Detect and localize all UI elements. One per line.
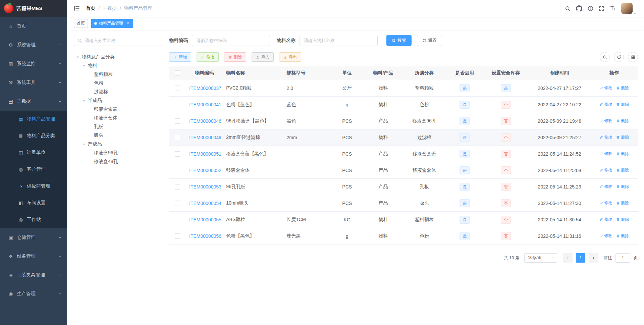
- sidebar-item-production-management[interactable]: ◉生产管理: [0, 284, 67, 303]
- row-checkbox[interactable]: [175, 118, 180, 124]
- table-row[interactable]: ITEM00000037PVC2.0颗粒2.0公斤物料塑料颗粒是是2022-04…: [169, 80, 638, 96]
- toggle-search-button[interactable]: [600, 52, 610, 62]
- page-size-select[interactable]: 10条/页: [524, 253, 557, 263]
- row-checkbox[interactable]: [175, 86, 180, 91]
- row-checkbox[interactable]: [175, 184, 180, 189]
- row-delete-link[interactable]: 删除: [616, 118, 629, 124]
- row-delete-link[interactable]: 删除: [616, 184, 629, 189]
- item-code-link[interactable]: ITEM00000046: [189, 118, 221, 124]
- table-row[interactable]: ITEM00000056色粉【黑色】珠光黑g物料色粉是否2022-05-14 1…: [169, 228, 638, 244]
- tab-item[interactable]: 首页: [74, 19, 88, 28]
- row-checkbox[interactable]: [175, 233, 180, 239]
- sidebar-item-equipment-management[interactable]: ❖设备管理: [0, 247, 67, 266]
- sidebar-item-customer-management[interactable]: ◍客户管理: [0, 161, 67, 178]
- page-button-1[interactable]: 1: [576, 253, 585, 263]
- material-name-input[interactable]: [300, 35, 378, 46]
- row-checkbox[interactable]: [175, 135, 180, 140]
- table-row[interactable]: ITEM0000005410mm吸头PCS产品吸头是否2022-05-14 11…: [169, 195, 638, 211]
- tree-node[interactable]: 移液盒盒体: [74, 114, 162, 122]
- row-edit-link[interactable]: 修改: [599, 151, 612, 157]
- row-checkbox[interactable]: [175, 201, 180, 206]
- tree-node[interactable]: 孔板: [74, 122, 162, 131]
- item-code-link[interactable]: ITEM00000037: [189, 86, 221, 91]
- row-checkbox[interactable]: [175, 151, 180, 157]
- row-delete-link[interactable]: 删除: [616, 85, 629, 91]
- row-edit-link[interactable]: 修改: [599, 167, 612, 173]
- tree-node[interactable]: 移液盒48孔: [74, 157, 162, 166]
- row-edit-link[interactable]: 修改: [599, 102, 612, 107]
- user-menu[interactable]: [621, 3, 636, 14]
- sidebar-item-system-management[interactable]: ⚙系统管理: [0, 36, 67, 54]
- tree-node[interactable]: 塑料颗粒: [74, 70, 162, 79]
- table-row[interactable]: ITEM0000004696孔移液盒【黑色】黑色PCS产品移液盒96孔是否202…: [169, 113, 638, 129]
- tree-node[interactable]: 移液盒盒盖: [74, 105, 162, 114]
- row-delete-link[interactable]: 删除: [616, 233, 629, 239]
- sidebar-item-workstation[interactable]: ◎工作站: [0, 211, 67, 228]
- row-edit-link[interactable]: 修改: [599, 118, 612, 124]
- sidebar-item-system-monitor[interactable]: ▥系统监控: [0, 54, 67, 73]
- breadcrumb-item[interactable]: 首页: [86, 5, 95, 11]
- delete-button[interactable]: 删除: [224, 52, 246, 62]
- search-button[interactable]: 搜索: [386, 35, 412, 46]
- search-icon[interactable]: [565, 6, 571, 11]
- sidebar-item-system-tools[interactable]: ⚒系统工具: [0, 73, 67, 92]
- row-delete-link[interactable]: 删除: [616, 217, 629, 222]
- tree-node[interactable]: ▾物料: [74, 61, 162, 70]
- tree-node[interactable]: ▾产成品: [74, 140, 162, 149]
- tree-node[interactable]: 吸头: [74, 131, 162, 140]
- sidebar-item-material-product-category[interactable]: ≣物料产品分类: [0, 127, 67, 144]
- add-button[interactable]: 新增: [169, 52, 191, 62]
- tree-search-input[interactable]: [85, 38, 159, 43]
- tree-node[interactable]: ▾物料及产品分类: [74, 53, 162, 61]
- row-delete-link[interactable]: 删除: [616, 151, 629, 157]
- close-icon[interactable]: ×: [125, 21, 130, 26]
- item-code-link[interactable]: ITEM00000051: [189, 151, 221, 157]
- prev-page-button[interactable]: [563, 253, 573, 263]
- row-delete-link[interactable]: 删除: [616, 102, 629, 107]
- row-checkbox[interactable]: [175, 217, 180, 222]
- tree-node[interactable]: 移液盒96孔: [74, 149, 162, 157]
- tab-item[interactable]: 物料产品管理×: [91, 19, 133, 28]
- reset-button[interactable]: 重置: [417, 35, 442, 46]
- item-code-link[interactable]: ITEM00000052: [189, 168, 221, 173]
- table-row[interactable]: ITEM00000041色粉【蓝色】蓝色g物料色粉是否2022-04-27 22…: [169, 96, 638, 113]
- goto-page-input[interactable]: [615, 253, 630, 263]
- item-code-link[interactable]: ITEM00000054: [189, 201, 221, 206]
- avatar[interactable]: [621, 3, 633, 14]
- material-code-input[interactable]: [192, 35, 270, 46]
- item-code-link[interactable]: ITEM00000041: [189, 102, 221, 107]
- row-checkbox[interactable]: [175, 168, 180, 173]
- row-edit-link[interactable]: 修改: [599, 134, 612, 140]
- item-code-link[interactable]: ITEM00000053: [189, 184, 221, 189]
- fullscreen-icon[interactable]: [599, 6, 604, 11]
- refresh-button[interactable]: [614, 52, 624, 62]
- sidebar-item-fixture-management[interactable]: ◈工装夹具管理: [0, 266, 67, 284]
- select-all-checkbox[interactable]: [175, 70, 180, 76]
- sidebar-item-home[interactable]: ⌂首页: [0, 17, 67, 36]
- item-code-link[interactable]: ITEM00000055: [189, 217, 221, 222]
- font-size-icon[interactable]: [610, 5, 616, 11]
- export-button[interactable]: 导出: [279, 52, 301, 62]
- import-button[interactable]: 导入: [252, 52, 274, 62]
- table-row[interactable]: ITEM00000051移液盒盒盖【黑色】PCS产品移液盒盒盖是否2022-05…: [169, 146, 638, 162]
- github-icon[interactable]: [576, 5, 582, 12]
- sidebar-item-workshop-settings[interactable]: ◧车间设置: [0, 195, 67, 211]
- row-edit-link[interactable]: 修改: [599, 85, 612, 91]
- sidebar-item-master-data[interactable]: ▤主数据: [0, 92, 67, 111]
- item-code-link[interactable]: ITEM00000049: [189, 135, 221, 140]
- tree-node[interactable]: 过滤棉: [74, 88, 162, 96]
- table-row[interactable]: ITEM000000492mm直径过滤棉2mmPCS物料过滤棉是否2022-05…: [169, 129, 638, 146]
- table-row[interactable]: ITEM00000055ABS颗粒长度1CMKG物料塑料颗粒是否2022-05-…: [169, 211, 638, 228]
- next-page-button[interactable]: [589, 253, 598, 263]
- tree-node[interactable]: ▾半成品: [74, 96, 162, 105]
- row-edit-link[interactable]: 修改: [599, 217, 612, 222]
- table-row[interactable]: ITEM0000005396孔孔板PCS产品孔板是否2022-05-14 11:…: [169, 178, 638, 195]
- app-logo[interactable]: 苦糖果MES: [0, 0, 67, 17]
- columns-button[interactable]: [628, 52, 638, 62]
- tree-node[interactable]: 色粉: [74, 79, 162, 88]
- sidebar-item-supplier-management[interactable]: ◑供应商管理: [0, 178, 67, 195]
- help-icon[interactable]: [588, 6, 593, 11]
- table-row[interactable]: ITEM00000052移液盒盒体PCS产品移液盒盒体是否2022-05-14 …: [169, 162, 638, 178]
- row-edit-link[interactable]: 修改: [599, 184, 612, 189]
- row-delete-link[interactable]: 删除: [616, 167, 629, 173]
